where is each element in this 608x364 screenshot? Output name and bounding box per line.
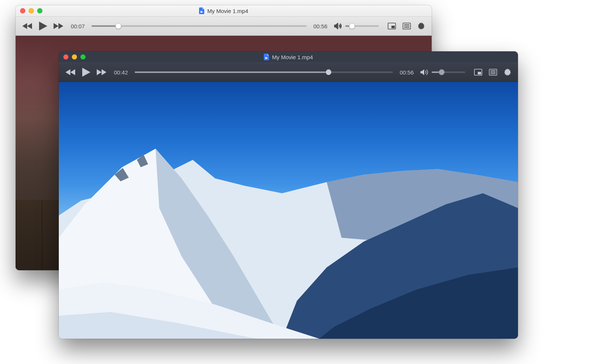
settings-button[interactable] [417, 22, 425, 30]
zoom-button[interactable] [37, 8, 42, 13]
total-time: 00:56 [312, 23, 329, 29]
window-title: My Movie 1.mp4 [264, 54, 313, 60]
play-button[interactable] [82, 67, 91, 77]
rewind-button[interactable] [65, 68, 76, 76]
volume-knob[interactable] [349, 23, 355, 29]
volume-icon[interactable] [334, 23, 342, 29]
progress-knob[interactable] [326, 69, 332, 75]
volume-knob[interactable] [439, 69, 445, 75]
volume-icon[interactable] [420, 69, 429, 76]
video-player-window-dark: My Movie 1.mp4 00:42 00:56 [59, 51, 518, 339]
svg-rect-3 [404, 24, 409, 25]
svg-rect-7 [478, 72, 481, 74]
fast-forward-button[interactable] [97, 68, 107, 76]
volume-slider[interactable] [432, 71, 465, 73]
video-document-icon [264, 54, 269, 60]
window-title-text: My Movie 1.mp4 [272, 54, 313, 60]
fast-forward-button[interactable] [54, 22, 64, 30]
video-frame-mountains [59, 82, 518, 339]
playlist-button[interactable] [403, 23, 411, 29]
picture-in-picture-button[interactable] [474, 69, 482, 76]
svg-rect-1 [391, 26, 395, 28]
toolbar-extras [474, 68, 511, 76]
titlebar[interactable]: My Movie 1.mp4 [59, 51, 518, 63]
rewind-button[interactable] [22, 22, 33, 30]
playlist-button[interactable] [489, 69, 497, 76]
progress-knob[interactable] [115, 23, 121, 29]
playback-controls [65, 67, 107, 77]
picture-in-picture-button[interactable] [388, 23, 396, 29]
svg-rect-11 [490, 73, 496, 74]
traffic-lights [20, 8, 42, 13]
svg-rect-4 [404, 26, 409, 26]
traffic-lights [63, 54, 86, 60]
window-title: My Movie 1.mp4 [199, 7, 248, 14]
toolbar-extras [388, 22, 425, 30]
volume-slider[interactable] [345, 25, 379, 27]
minimize-button[interactable] [29, 8, 34, 13]
window-title-text: My Movie 1.mp4 [207, 8, 248, 14]
svg-rect-9 [490, 70, 496, 71]
volume-control [420, 69, 465, 76]
video-viewport[interactable] [59, 82, 518, 339]
elapsed-time: 00:42 [112, 69, 129, 76]
progress-slider[interactable] [135, 71, 393, 73]
video-document-icon [199, 7, 204, 14]
svg-rect-10 [490, 72, 496, 73]
play-button[interactable] [39, 21, 48, 31]
total-time: 00:56 [398, 69, 415, 76]
player-toolbar: 00:07 00:56 [16, 16, 432, 36]
volume-control [334, 23, 379, 29]
elapsed-time: 00:07 [69, 23, 86, 29]
zoom-button[interactable] [80, 54, 86, 60]
progress-slider[interactable] [92, 25, 307, 27]
close-button[interactable] [63, 54, 68, 60]
close-button[interactable] [20, 8, 25, 13]
playback-controls [22, 21, 64, 31]
player-toolbar: 00:42 00:56 [59, 63, 518, 82]
minimize-button[interactable] [72, 54, 77, 60]
titlebar[interactable]: My Movie 1.mp4 [16, 5, 432, 16]
settings-button[interactable] [504, 68, 511, 76]
svg-rect-5 [404, 27, 409, 28]
